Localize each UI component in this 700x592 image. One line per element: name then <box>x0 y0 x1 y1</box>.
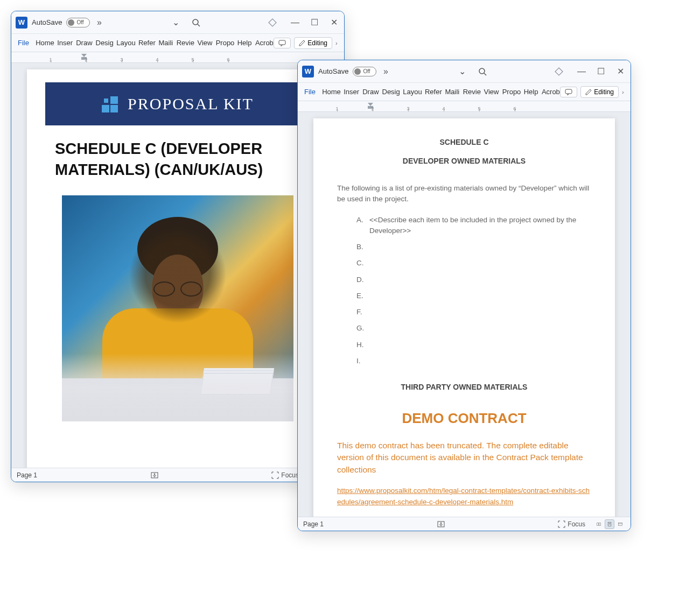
close-button[interactable]: ✕ <box>328 18 340 27</box>
tab-draw[interactable]: Draw <box>73 36 93 50</box>
statusbar: Page 1 Focus <box>11 468 344 482</box>
items-list: A.<<Describe each item to be included in… <box>356 215 591 367</box>
editing-mode-button[interactable]: Editing <box>580 86 619 98</box>
autosave-toggle[interactable]: Off <box>353 67 376 76</box>
statusbar: Page 1 Focus <box>298 517 631 531</box>
print-layout-icon[interactable] <box>605 519 614 529</box>
web-layout-icon[interactable] <box>615 519 625 529</box>
proposalkit-logo-icon <box>102 94 121 114</box>
tab-draw[interactable]: Draw <box>360 84 379 99</box>
page-number-status[interactable]: Page 1 <box>17 471 37 479</box>
minimize-button[interactable]: — <box>576 67 587 76</box>
comment-icon <box>278 40 286 46</box>
tab-design[interactable]: Desig <box>93 36 114 50</box>
brand-text: PROPOSAL KIT <box>128 95 254 113</box>
focus-icon[interactable]: Focus <box>558 519 585 529</box>
search-icon[interactable] <box>478 67 487 76</box>
titlebar: W AutoSave Off » ⌄ — ☐ ✕ <box>298 60 631 83</box>
svg-line-1 <box>198 24 200 26</box>
diamond-icon[interactable] <box>268 18 277 27</box>
comments-button[interactable] <box>274 38 291 48</box>
brand-banner: PROPOSAL KIT <box>45 82 310 125</box>
tab-help[interactable]: Help <box>521 84 539 99</box>
read-mode-icon[interactable] <box>594 519 604 529</box>
illustration-image <box>62 195 293 421</box>
diamond-icon[interactable] <box>554 67 564 76</box>
demo-heading: DEMO CONTRACT <box>337 408 591 429</box>
tab-view[interactable]: View <box>194 36 213 50</box>
list-item: F. <box>356 307 591 318</box>
list-item: G. <box>356 323 591 334</box>
list-item: A.<<Describe each item to be included in… <box>356 215 591 237</box>
chevron-down-icon[interactable]: ⌄ <box>171 18 180 27</box>
ribbon: File Home Inser Draw Desig Layou Refer M… <box>298 83 631 101</box>
third-party-heading: THIRD PARTY OWNED MATERIALS <box>337 382 591 393</box>
comments-button[interactable] <box>560 87 577 97</box>
tab-references[interactable]: Refer <box>422 84 443 99</box>
svg-marker-2 <box>269 19 276 26</box>
word-window-1: W AutoSave Off » ⌄ — ☐ ✕ File Home Inser… <box>11 11 345 482</box>
tab-view[interactable]: View <box>481 84 499 99</box>
list-item: H. <box>356 340 591 350</box>
tab-proposal[interactable]: Propo <box>213 36 235 50</box>
focus-icon[interactable]: Focus <box>271 470 299 480</box>
ruler[interactable]: 1 2 3 4 5 6 <box>298 101 631 112</box>
svg-rect-24 <box>619 523 622 525</box>
tab-insert[interactable]: Inser <box>341 84 360 99</box>
search-icon[interactable] <box>191 18 201 27</box>
document-area[interactable]: PROPOSAL KIT SCHEDULE C (DEVELOPER MATER… <box>11 63 344 468</box>
comment-icon <box>565 89 572 95</box>
close-button[interactable]: ✕ <box>614 67 626 76</box>
tab-layout[interactable]: Layou <box>400 84 422 99</box>
qat-overflow-icon[interactable]: » <box>94 18 104 27</box>
qat-overflow-icon[interactable]: » <box>381 67 390 76</box>
word-app-icon: W <box>16 17 27 29</box>
word-window-2: W AutoSave Off » ⌄ — ☐ ✕ File Home Inser… <box>297 60 631 531</box>
editing-mode-button[interactable]: Editing <box>294 37 332 49</box>
ribbon: File Home Inser Draw Desig Layou Refer M… <box>11 34 344 52</box>
chevron-down-icon[interactable]: ⌄ <box>457 67 467 76</box>
ribbon-overflow-icon[interactable]: › <box>622 89 627 95</box>
document-area[interactable]: SCHEDULE C DEVELOPER OWNED MATERIALS The… <box>298 112 631 517</box>
tab-design[interactable]: Desig <box>380 84 401 99</box>
ribbon-overflow-icon[interactable]: › <box>335 40 341 46</box>
svg-point-13 <box>479 68 485 74</box>
ruler[interactable]: 1 2 3 4 5 6 <box>11 52 344 63</box>
autosave-toggle[interactable]: Off <box>66 18 90 27</box>
minimize-button[interactable]: — <box>289 18 301 27</box>
accessibility-icon[interactable] <box>150 470 159 480</box>
tab-mailings[interactable]: Maili <box>443 84 460 99</box>
tab-mailings[interactable]: Maili <box>156 36 174 50</box>
tab-file[interactable]: File <box>12 36 33 50</box>
autosave-label: AutoSave <box>32 18 62 26</box>
maximize-button[interactable]: ☐ <box>309 18 320 27</box>
page[interactable]: PROPOSAL KIT SCHEDULE C (DEVELOPER MATER… <box>27 69 328 468</box>
tab-acrobat[interactable]: Acrob <box>539 84 560 99</box>
tab-home[interactable]: Home <box>33 36 54 50</box>
svg-line-14 <box>484 73 486 75</box>
tab-file[interactable]: File <box>299 84 319 99</box>
tab-insert[interactable]: Inser <box>54 36 73 50</box>
tab-home[interactable]: Home <box>319 84 341 99</box>
tab-review[interactable]: Revie <box>174 36 195 50</box>
accessibility-icon[interactable] <box>436 519 446 529</box>
list-item: I. <box>356 356 591 367</box>
document-title: SCHEDULE C (DEVELOPER MATERIALS) (CAN/UK… <box>55 138 300 180</box>
list-item: C. <box>356 258 591 269</box>
pencil-icon <box>585 89 592 95</box>
tab-layout[interactable]: Layou <box>114 36 136 50</box>
schedule-subheading: DEVELOPER OWNED MATERIALS <box>337 156 591 167</box>
demo-link[interactable]: https://www.proposalkit.com/htm/legal-co… <box>337 487 590 505</box>
svg-rect-3 <box>279 40 285 45</box>
tab-help[interactable]: Help <box>235 36 253 50</box>
tab-acrobat[interactable]: Acrob <box>253 36 274 50</box>
page[interactable]: SCHEDULE C DEVELOPER OWNED MATERIALS The… <box>313 118 615 517</box>
schedule-heading: SCHEDULE C <box>337 137 591 148</box>
tab-references[interactable]: Refer <box>136 36 156 50</box>
pencil-icon <box>299 40 305 46</box>
page-number-status[interactable]: Page 1 <box>303 520 324 528</box>
word-app-icon: W <box>302 66 314 77</box>
maximize-button[interactable]: ☐ <box>595 67 607 76</box>
tab-proposal[interactable]: Propo <box>500 84 521 99</box>
tab-review[interactable]: Revie <box>460 84 481 99</box>
